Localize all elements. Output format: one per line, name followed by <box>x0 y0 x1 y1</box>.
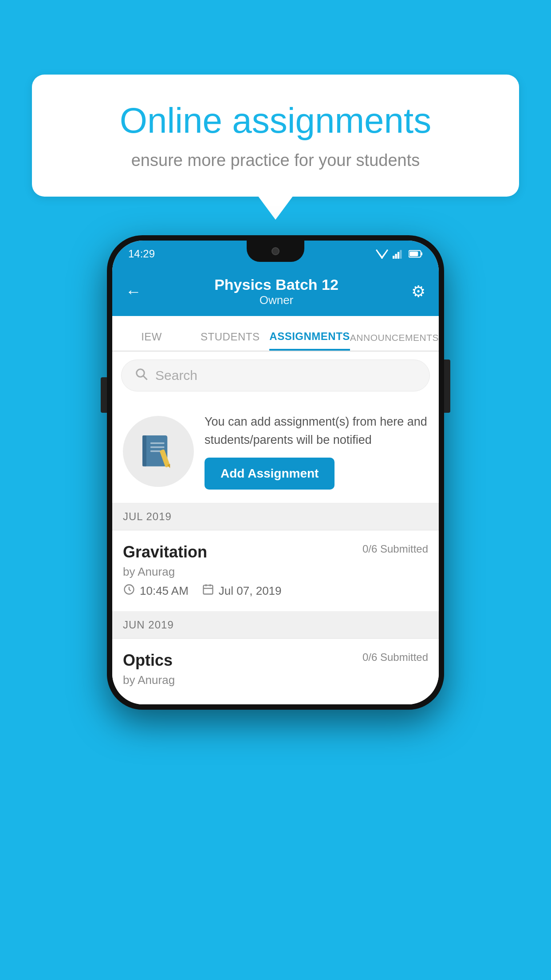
signal-icon <box>393 249 404 259</box>
promo-icon-circle <box>123 416 194 487</box>
tab-assignments[interactable]: ASSIGNMENTS <box>269 316 350 351</box>
search-bar[interactable]: Search <box>121 360 430 391</box>
search-container: Search <box>112 352 439 399</box>
status-icons <box>376 249 423 259</box>
promo-content: You can add assignment(s) from here and … <box>205 413 428 490</box>
tab-announcements[interactable]: ANNOUNCEMENTS <box>350 316 439 351</box>
assignment-time-value: 10:45 AM <box>140 584 189 598</box>
wifi-icon <box>376 249 388 259</box>
svg-rect-1 <box>393 256 394 259</box>
svg-rect-3 <box>398 252 399 259</box>
assignment-time-gravitation: 10:45 AM <box>123 583 189 599</box>
assignment-by-optics: by Anurag <box>123 673 428 687</box>
status-time: 14:29 <box>128 248 155 260</box>
calendar-icon <box>202 583 214 599</box>
add-assignment-button[interactable]: Add Assignment <box>205 458 335 490</box>
camera-dot <box>272 247 279 255</box>
assignment-by-gravitation: by Anurag <box>123 565 428 579</box>
assignment-item-optics[interactable]: Optics 0/6 Submitted by Anurag <box>112 639 439 704</box>
svg-rect-6 <box>421 253 422 255</box>
svg-rect-7 <box>409 252 418 257</box>
promo-section: You can add assignment(s) from here and … <box>112 399 439 503</box>
svg-rect-12 <box>150 442 165 443</box>
assignment-date-gravitation: Jul 07, 2019 <box>202 583 282 599</box>
speech-bubble-subtitle: ensure more practice for your students <box>67 151 484 170</box>
notch <box>247 241 304 262</box>
search-icon <box>135 368 148 384</box>
section-header-jun: JUN 2019 <box>112 612 439 639</box>
svg-rect-14 <box>150 450 161 451</box>
assignment-name-gravitation: Gravitation <box>123 543 207 561</box>
svg-rect-11 <box>142 435 146 466</box>
status-bar: 14:29 <box>112 241 439 267</box>
tabs-bar: IEW STUDENTS ASSIGNMENTS ANNOUNCEMENTS <box>112 316 439 352</box>
batch-name: Physics Batch 12 <box>142 276 411 293</box>
battery-icon <box>409 249 423 259</box>
speech-bubble: Online assignments ensure more practice … <box>32 75 519 197</box>
tab-iew[interactable]: IEW <box>112 316 191 351</box>
tab-students[interactable]: STUDENTS <box>191 316 269 351</box>
svg-rect-2 <box>395 254 397 259</box>
phone-screen: 14:29 <box>112 241 439 704</box>
svg-rect-4 <box>400 250 401 259</box>
app-bar: ← Physics Batch 12 Owner ⚙ <box>112 267 439 316</box>
svg-point-0 <box>381 257 383 259</box>
svg-rect-13 <box>150 446 165 447</box>
svg-point-8 <box>137 369 145 377</box>
speech-bubble-container: Online assignments ensure more practice … <box>32 75 519 197</box>
back-button[interactable]: ← <box>126 282 142 301</box>
assignment-submitted-gravitation: 0/6 Submitted <box>362 543 428 555</box>
assignment-date-value: Jul 07, 2019 <box>219 584 282 598</box>
assignment-submitted-optics: 0/6 Submitted <box>362 651 428 664</box>
app-bar-title: Physics Batch 12 Owner <box>142 276 411 307</box>
assignment-name-optics: Optics <box>123 651 173 670</box>
svg-rect-18 <box>203 585 213 594</box>
settings-icon[interactable]: ⚙ <box>411 282 425 301</box>
search-placeholder: Search <box>155 368 197 383</box>
phone-frame: 14:29 <box>107 235 444 710</box>
owner-label: Owner <box>142 293 411 307</box>
speech-bubble-title: Online assignments <box>67 101 484 140</box>
phone-wrapper: 14:29 <box>107 235 444 710</box>
notebook-icon <box>138 431 178 471</box>
assignment-meta-gravitation: 10:45 AM Jul 07, 2019 <box>123 583 428 599</box>
assignment-item-gravitation[interactable]: Gravitation 0/6 Submitted by Anurag 10:4… <box>112 530 439 612</box>
promo-text: You can add assignment(s) from here and … <box>205 413 428 449</box>
svg-line-9 <box>143 375 147 379</box>
clock-icon <box>123 583 135 599</box>
section-header-jul: JUL 2019 <box>112 503 439 530</box>
